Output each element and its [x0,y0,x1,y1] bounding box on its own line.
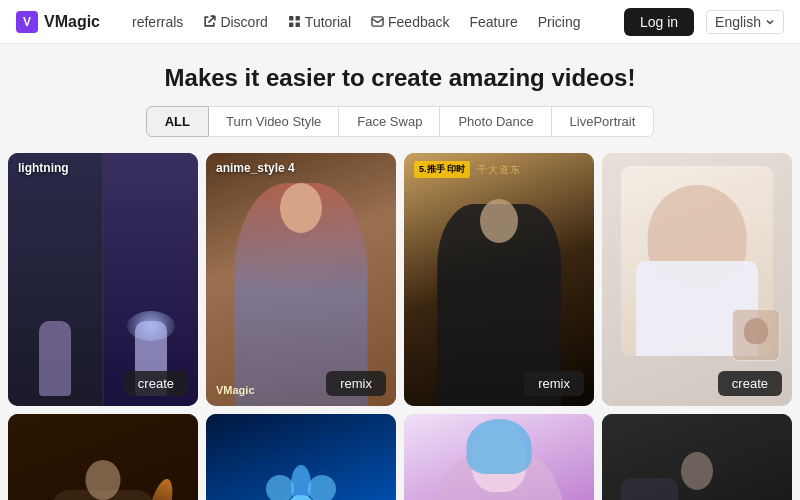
remix-button[interactable]: remix [326,371,386,396]
tutorial-link[interactable]: Tutorial [288,14,351,30]
feedback-link[interactable]: Feedback [371,14,449,30]
tab-face-swap[interactable]: Face Swap [338,106,441,137]
main-content: Makes it easier to create amazing videos… [0,44,800,500]
gallery-item[interactable]: create [404,414,594,500]
pricing-link[interactable]: Pricing [538,14,581,30]
login-button[interactable]: Log in [624,8,694,36]
grid-icon [288,15,301,28]
chevron-down-icon [765,17,775,27]
gallery-item[interactable]: lightning create [8,153,198,406]
gallery-item[interactable]: anime_style 4 VMagic remix [206,153,396,406]
filter-tabs: ALL Turn Video Style Face Swap Photo Dan… [0,106,800,137]
gallery: lightning create anime_style 4 VMagic re… [0,153,800,500]
gallery-label: lightning [18,161,69,175]
gallery-item[interactable]: create [602,153,792,406]
svg-rect-3 [295,23,299,27]
svg-rect-1 [295,16,299,20]
gallery-item[interactable]: create [206,414,396,500]
gallery-item[interactable]: remix [602,414,792,500]
svg-rect-2 [289,23,293,27]
referrals-link[interactable]: referrals [132,14,183,30]
brand-name: VMagic [44,13,100,31]
nav-right: Log in English [624,8,784,36]
remix-button[interactable]: remix [524,371,584,396]
navbar: V VMagic referrals Discord Tutorial Feed… [0,0,800,44]
create-button[interactable]: create [124,371,188,396]
tab-all[interactable]: ALL [146,106,209,137]
language-selector[interactable]: English [706,10,784,34]
feature-link[interactable]: Feature [470,14,518,30]
tab-turn-video-style[interactable]: Turn Video Style [207,106,340,137]
nav-links: referrals Discord Tutorial Feedback Feat… [132,14,600,30]
external-icon [203,15,216,28]
create-button[interactable]: create [718,371,782,396]
svg-rect-0 [289,16,293,20]
gallery-label: anime_style 4 [216,161,295,175]
mail-icon [371,15,384,28]
gallery-item[interactable]: remix [8,414,198,500]
gallery-item[interactable]: 5.推手 印时 千大道东 remix [404,153,594,406]
logo[interactable]: V VMagic [16,11,100,33]
gallery-watermark: VMagic [216,384,255,396]
tab-photo-dance[interactable]: Photo Dance [439,106,552,137]
discord-link[interactable]: Discord [203,14,267,30]
logo-icon: V [16,11,38,33]
svg-rect-4 [372,17,383,26]
page-title: Makes it easier to create amazing videos… [0,44,800,106]
tab-live-portrait[interactable]: LivePortrait [551,106,655,137]
